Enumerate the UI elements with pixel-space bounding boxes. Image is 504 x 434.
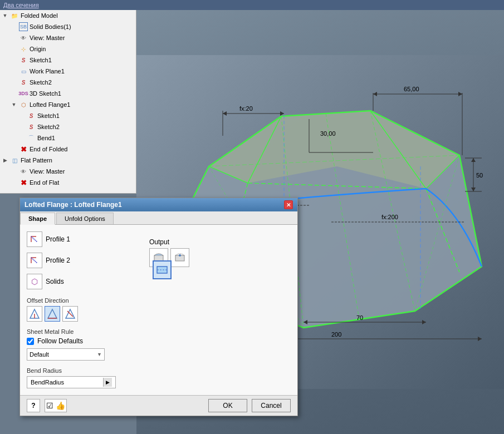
tree-item-3dsketch1[interactable]: 3DS 3D Sketch1 [0,88,136,99]
flat-icon: ◫ [10,156,19,165]
selected-output-btn[interactable] [153,260,172,279]
tree-item-end-of-flat[interactable]: ✖ End of Flat [0,177,136,188]
solid-icon: SB [19,22,28,31]
offset-btn-3[interactable] [62,306,78,322]
tree-item-workplane1[interactable]: ▭ Work Plane1 [0,66,136,77]
follow-defaults-row: Follow Defaults [27,337,177,345]
output-label: Output [149,238,189,246]
tree-item-bend1[interactable]: ⌒ Bend1 [0,132,136,144]
bend-radius-value: BendRadius [31,379,64,386]
thumbs-icon: ☑ 👍 [46,401,65,410]
expand-icon [18,123,26,131]
profile1-label: Profile 1 [46,235,70,243]
tree-item-solid-bodies[interactable]: SB Solid Bodies(1) [0,21,136,32]
tab-unfold-options[interactable]: Unfold Options [56,213,114,224]
offset-btn-1[interactable] [27,306,42,322]
tree-item-view-master-2[interactable]: 👁 View: Master [0,166,136,177]
footer-left: ? ☑ 👍 [27,399,67,412]
svg-point-63 [179,254,181,257]
thumbs-button[interactable]: ☑ 👍 [45,399,67,412]
tree-item-end-of-folded[interactable]: ✖ End of Folded [0,144,136,155]
sheet-metal-rule-label: Sheet Metal Rule [27,328,177,335]
origin-icon: ⊹ [19,45,28,53]
tree-item-flat-pattern[interactable]: ▶ ◫ Flat Pattern [0,155,136,166]
help-icon: ? [31,402,35,410]
tree-label: End of Folded [30,146,68,152]
dialog-tabs: Shape Unfold Options [20,211,297,225]
expand-icon [10,90,18,97]
left-column: Profile 1 Output [27,231,177,388]
tab-shape[interactable]: Shape [20,213,55,225]
sketch-icon: S [19,56,28,65]
profile2-button[interactable] [27,253,42,268]
expand-icon [18,134,26,142]
tree-item-view-master-1[interactable]: 👁 View: Master [0,32,136,43]
tree-label: Bend1 [37,135,55,141]
svg-text:50: 50 [476,172,483,179]
expand-icon [10,23,18,31]
sketch-icon: S [19,78,28,87]
tree-item-sketch2-top[interactable]: S Sketch2 [0,77,136,88]
tree-panel: ▼ 📁 Folded Model SB Solid Bodies(1) 👁 Vi… [0,10,136,194]
tree-label: Sketch1 [37,112,60,119]
tree-item-lofted-flange1[interactable]: ▼ ⬡ Lofted Flange1 [0,99,136,110]
output-btn-2[interactable] [170,248,189,267]
help-button[interactable]: ? [27,399,40,412]
offset-direction-label: Offset Direction [27,297,177,304]
bend-icon: ⌒ [27,134,36,142]
bend-radius-field: BendRadius ▶ [27,376,116,388]
profile2-label: Profile 2 [46,257,70,264]
tree-label: End of Flat [30,179,59,186]
expand-icon [18,112,26,120]
follow-defaults-checkbox[interactable] [27,338,34,345]
expand-icon[interactable]: ▶ [1,156,9,164]
dialog-close-button[interactable]: ✕ [284,200,293,209]
tree-label: Sketch1 [30,57,52,63]
dialog-body: Profile 1 Output [20,225,297,395]
svg-text:fx:200: fx:200 [381,214,398,220]
solids-button[interactable]: ⬡ [27,274,42,289]
expand-icon[interactable]: ▼ [10,101,18,108]
dialog-title: Lofted Flange : Lofted Flange1 [25,201,122,209]
title-bar-text[interactable]: Два сечения [3,2,39,8]
svg-line-64 [31,258,37,263]
solids-label: Solids [46,278,64,285]
cancel-button[interactable]: Cancel [252,399,291,412]
bend-radius-label: Bend Radius [27,367,177,374]
tree-label: Lofted Flange1 [30,101,70,108]
tree-label: Sketch2 [37,124,60,130]
expand-icon [10,56,18,64]
tree-label: Solid Bodies(1) [30,23,71,30]
tree-item-folded-model[interactable]: ▼ 📁 Folded Model [0,10,136,21]
default-select[interactable]: Default ▼ [27,348,105,361]
dialog-titlebar: Lofted Flange : Lofted Flange1 ✕ [20,198,297,211]
expand-icon[interactable]: ▼ [1,12,9,19]
bend-radius-arrow[interactable]: ▶ [103,378,112,387]
sheet-metal-rule-section: Sheet Metal Rule Follow Defaults Default… [27,328,177,361]
error-icon: ✖ [19,145,28,154]
title-bar: Два сечения [0,0,504,10]
offset-direction-section: Offset Direction [27,297,177,322]
tree-item-sketch1-top[interactable]: S Sketch1 [0,55,136,66]
view-icon: 👁 [19,33,28,42]
offset-btn-2[interactable] [45,306,60,322]
tree-item-origin[interactable]: ⊹ Origin [0,43,136,55]
profile1-button[interactable] [27,231,42,247]
tree-label: Flat Pattern [21,157,52,164]
tree-label: Origin [30,46,46,52]
svg-marker-69 [48,309,57,318]
svg-line-60 [31,236,37,242]
view-icon: 👁 [19,167,28,176]
expand-icon [10,67,18,75]
close-icon: ✕ [286,202,291,208]
expand-icon [10,78,18,86]
expand-icon [10,34,18,42]
svg-text:30,00: 30,00 [320,130,336,137]
ok-button[interactable]: OK [208,399,247,412]
plane-icon: ▭ [19,67,28,76]
tree-label: View: Master [30,34,65,41]
tree-item-sketch2-sub[interactable]: S Sketch2 [0,121,136,132]
sketch-icon: S [27,122,36,131]
tree-item-sketch1-sub[interactable]: S Sketch1 [0,110,136,121]
bend-radius-section: Bend Radius BendRadius ▶ [27,367,177,388]
